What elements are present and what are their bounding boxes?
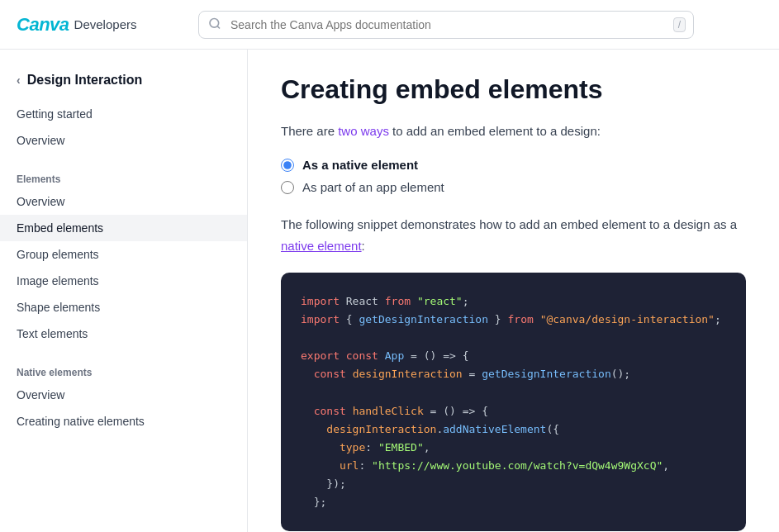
- code-line-6: designInteraction.addNativeElement({: [301, 420, 726, 439]
- sidebar-divider-1: [0, 154, 247, 167]
- chevron-left-icon: ‹: [17, 74, 21, 87]
- sidebar-item-shape-elements[interactable]: Shape elements: [0, 294, 247, 321]
- code-line-blank-1: [301, 329, 726, 347]
- code-line-7: type: "EMBED",: [301, 439, 726, 457]
- sidebar-back-button[interactable]: ‹ Design Interaction: [0, 66, 247, 101]
- sidebar-item-embed-elements[interactable]: Embed elements: [0, 215, 247, 241]
- search-bar: /: [198, 11, 694, 39]
- radio-app-element[interactable]: As part of an app element: [281, 180, 746, 194]
- elements-section-label: Elements: [0, 167, 247, 188]
- code-line-1: import React from "react";: [301, 292, 726, 311]
- description-paragraph: The following snippet demonstrates how t…: [281, 214, 746, 256]
- sidebar-item-getting-started[interactable]: Getting started: [0, 101, 247, 127]
- radio-native-label: As a native element: [302, 158, 418, 172]
- sidebar-item-group-elements[interactable]: Group elements: [0, 241, 247, 268]
- sidebar-item-native-overview[interactable]: Overview: [0, 382, 247, 408]
- radio-app-input[interactable]: [281, 181, 294, 194]
- code-line-5: const handleClick = () => {: [301, 402, 726, 420]
- description-text-end: :: [362, 239, 365, 253]
- canva-logo[interactable]: Canva: [17, 14, 69, 36]
- native-element-link[interactable]: native element: [281, 239, 362, 253]
- main-layout: ‹ Design Interaction Getting started Ove…: [0, 50, 779, 532]
- developers-label: Developers: [74, 17, 137, 31]
- logo-area: Canva Developers: [17, 14, 182, 36]
- code-line-4: const designInteraction = getDesignInter…: [301, 365, 726, 383]
- radio-native-element[interactable]: As a native element: [281, 158, 746, 172]
- search-icon: [208, 17, 221, 32]
- intro-text-end: to add an embed element to a design:: [389, 124, 601, 138]
- sidebar: ‹ Design Interaction Getting started Ove…: [0, 50, 248, 532]
- sidebar-item-elements-overview[interactable]: Overview: [0, 188, 247, 215]
- main-content: Creating embed elements There are two wa…: [248, 50, 779, 532]
- sidebar-item-creating-native-elements[interactable]: Creating native elements: [0, 408, 247, 435]
- intro-paragraph: There are two ways to add an embed eleme…: [281, 121, 746, 141]
- sidebar-divider-2: [0, 347, 247, 360]
- description-text-start: The following snippet demonstrates how t…: [281, 217, 737, 231]
- search-shortcut: /: [673, 17, 686, 32]
- header: Canva Developers /: [0, 0, 779, 50]
- code-block: import React from "react"; import { getD…: [281, 273, 746, 531]
- svg-line-1: [217, 26, 220, 28]
- sidebar-section-title: Design Interaction: [27, 73, 143, 88]
- sidebar-item-image-elements[interactable]: Image elements: [0, 268, 247, 294]
- page-title: Creating embed elements: [281, 74, 746, 105]
- code-line-10: };: [301, 493, 726, 511]
- intro-highlight: two ways: [338, 124, 389, 138]
- native-elements-section-label: Native elements: [0, 360, 247, 382]
- code-line-blank-2: [301, 383, 726, 401]
- code-line-2: import { getDesignInteraction } from "@c…: [301, 311, 726, 329]
- intro-text-start: There are: [281, 124, 338, 138]
- radio-app-label: As part of an app element: [302, 180, 444, 194]
- sidebar-item-text-elements[interactable]: Text elements: [0, 321, 247, 347]
- search-input[interactable]: [198, 11, 694, 39]
- radio-group: As a native element As part of an app el…: [281, 158, 746, 194]
- sidebar-item-overview-1[interactable]: Overview: [0, 127, 247, 154]
- code-line-8: url: "https://www.youtube.com/watch?v=dQ…: [301, 457, 726, 475]
- radio-native-input[interactable]: [281, 159, 294, 172]
- code-line-3: export const App = () => {: [301, 347, 726, 365]
- code-line-9: });: [301, 475, 726, 493]
- svg-point-0: [210, 18, 219, 27]
